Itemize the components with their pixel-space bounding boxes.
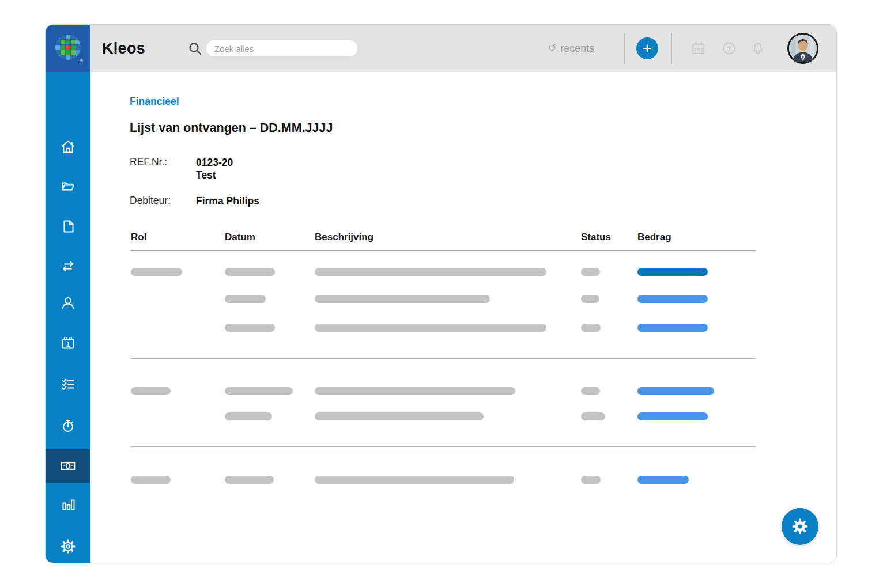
stopwatch-icon [60, 418, 76, 434]
settings-fab[interactable] [782, 508, 818, 545]
notifications-icon[interactable] [750, 41, 765, 56]
kleos-globe-icon [55, 34, 81, 63]
help-icon[interactable]: ? [722, 41, 737, 56]
table-row[interactable] [90, 387, 836, 395]
amount-bar [637, 295, 708, 303]
sidebar-item-reports[interactable] [46, 488, 90, 521]
calendar-day-icon: 1 [60, 335, 76, 351]
gear-icon [791, 517, 809, 536]
sidebar-item-settings[interactable] [46, 530, 90, 563]
folder-icon [60, 178, 76, 194]
sidebar-item-home[interactable] [46, 130, 90, 164]
add-button[interactable]: + [636, 37, 658, 59]
status-placeholder-bar [581, 268, 600, 276]
sidebar: 1 [46, 72, 90, 563]
kleos-logo[interactable]: ® [46, 25, 90, 72]
beschrijving-placeholder-bar [315, 324, 546, 332]
topbar: ® Kleos ↺ recents + [46, 25, 836, 72]
debtor-label: Debiteur: [130, 195, 171, 207]
ref-label: REF.Nr.: [130, 156, 167, 168]
sidebar-item-finance[interactable] [46, 449, 90, 483]
amount-bar [637, 324, 708, 332]
banknote-icon [59, 457, 77, 475]
table-row[interactable] [90, 476, 836, 484]
table-row[interactable] [90, 268, 836, 276]
column-header-datum: Datum [225, 232, 255, 243]
status-placeholder-bar [581, 324, 601, 332]
sidebar-item-tasks[interactable] [46, 367, 90, 401]
breadcrumb-financieel[interactable]: Financieel [130, 96, 179, 108]
svg-text:?: ? [727, 44, 731, 53]
datum-placeholder-bar [225, 476, 274, 484]
app-title: Kleos [102, 25, 145, 72]
datum-placeholder-bar [225, 387, 293, 395]
sidebar-item-cases[interactable] [46, 169, 90, 203]
sidebar-item-contacts[interactable] [46, 286, 90, 320]
person-icon [60, 295, 76, 311]
sidebar-item-documents[interactable] [46, 210, 90, 243]
status-placeholder-bar [581, 476, 601, 484]
table-header-divider [131, 250, 756, 251]
amount-bar [637, 268, 708, 276]
datum-placeholder-bar [225, 268, 275, 276]
search-icon [188, 41, 203, 59]
table-row[interactable] [90, 324, 836, 332]
registered-trademark: ® [80, 59, 83, 63]
status-placeholder-bar [581, 295, 599, 303]
gear-icon [59, 538, 77, 555]
group-divider [131, 358, 756, 359]
checklist-icon [60, 376, 76, 392]
status-placeholder-bar [581, 412, 605, 420]
beschrijving-placeholder-bar [315, 268, 546, 276]
debtor-value: Firma Philips [196, 195, 259, 207]
app-window: ® Kleos ↺ recents + [45, 24, 837, 563]
recents-button[interactable]: ↺ recents [548, 25, 594, 72]
sidebar-item-transfers[interactable] [46, 250, 90, 283]
topbar-divider [624, 33, 625, 64]
topbar-divider [671, 33, 672, 64]
home-icon [60, 139, 76, 155]
column-header-bedrag: Bedrag [637, 232, 671, 243]
table-row[interactable] [90, 295, 836, 303]
search-input[interactable] [206, 40, 357, 56]
beschrijving-placeholder-bar [315, 295, 490, 303]
group-divider [131, 446, 756, 447]
column-header-beschrijving: Beschrijving [315, 232, 373, 243]
amount-bar [637, 387, 714, 395]
datum-placeholder-bar [225, 412, 272, 420]
datum-placeholder-bar [225, 295, 266, 303]
user-photo [789, 35, 817, 62]
amount-bar [637, 412, 708, 420]
ref-value-line1: 0123-20 [196, 156, 233, 169]
history-icon: ↺ [548, 43, 556, 53]
beschrijving-placeholder-bar [315, 476, 514, 484]
svg-text:1: 1 [66, 341, 70, 348]
page-title: Lijst van ontvangen – DD.MM.JJJJ [130, 121, 333, 135]
rol-placeholder-bar [131, 268, 182, 276]
amount-bar [637, 476, 689, 484]
datum-placeholder-bar [225, 324, 275, 332]
calendar-icon[interactable] [691, 41, 706, 56]
beschrijving-placeholder-bar [315, 387, 515, 395]
avatar[interactable] [787, 33, 818, 64]
beschrijving-placeholder-bar [315, 412, 484, 420]
main-content: Financieel Lijst van ontvangen – DD.MM.J… [90, 72, 836, 563]
table-row[interactable] [90, 412, 836, 420]
column-header-rol: Rol [131, 232, 146, 243]
document-icon [60, 218, 76, 234]
recents-label: recents [560, 43, 594, 55]
rol-placeholder-bar [131, 476, 171, 484]
status-placeholder-bar [581, 387, 600, 395]
transfer-arrows-icon [60, 259, 76, 275]
sidebar-item-time-tracking[interactable] [46, 409, 90, 442]
rol-placeholder-bar [131, 387, 171, 395]
bar-chart-icon [60, 496, 76, 513]
column-header-status: Status [581, 232, 611, 243]
ref-value-line2: Test [196, 169, 216, 181]
sidebar-item-agenda[interactable]: 1 [46, 327, 90, 360]
